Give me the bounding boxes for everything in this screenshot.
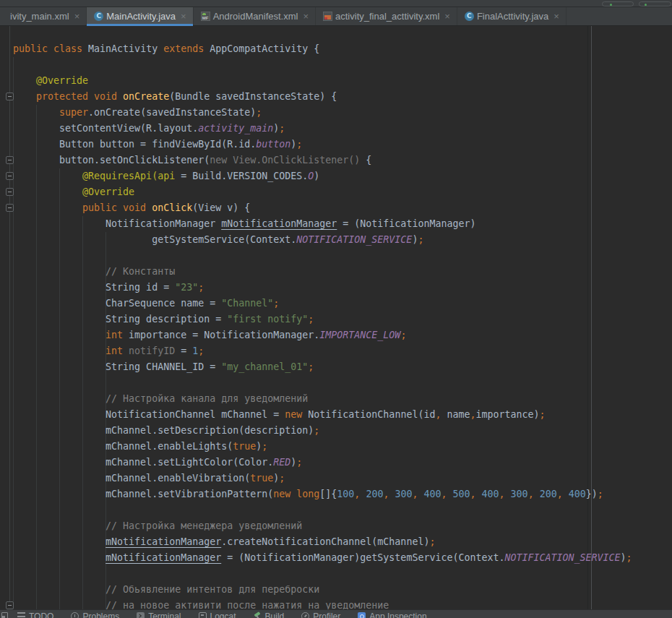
toolwindow-button-profiler[interactable]: Profiler xyxy=(301,611,340,618)
code-line[interactable]: mNotificationManager.createNotificationC… xyxy=(13,534,672,550)
manifest-icon: MF xyxy=(201,12,210,21)
run-status-dot xyxy=(610,4,612,6)
code-line[interactable]: mChannel.setVibrationPattern(new long[]{… xyxy=(13,486,672,502)
toolwindow-button-build[interactable]: Build xyxy=(254,611,285,618)
close-icon[interactable]: × xyxy=(74,12,80,21)
fold-marker[interactable] xyxy=(6,188,14,196)
code-line[interactable]: String description = "first notify"; xyxy=(13,312,672,327)
code-line[interactable]: @RequiresApi(api = Build.VERSION_CODES.O… xyxy=(13,168,672,184)
main-toolbar-strip xyxy=(0,0,672,7)
code-line[interactable]: protected void onCreate(Bundle savedInst… xyxy=(13,89,672,105)
run-controls-group[interactable] xyxy=(602,1,634,7)
code-line[interactable]: // на новое активити после нажатия на ув… xyxy=(13,598,672,609)
tab-label: FinalActtivity.java xyxy=(477,11,548,22)
toolwindow-button-app-inspection[interactable]: App Inspection xyxy=(358,611,426,618)
toolwindow-button-logcat[interactable]: Logcat xyxy=(199,611,236,618)
code-line[interactable]: @Override xyxy=(13,184,672,200)
code-line[interactable]: mNotificationManager = (NotificationMana… xyxy=(13,550,672,566)
toolwindow-button-problems[interactable]: Problems xyxy=(71,611,119,618)
code-line[interactable]: Button button = findViewById(R.id.button… xyxy=(13,137,672,153)
tab-androidmanifest-xml[interactable]: MFAndroidManifest.xml× xyxy=(194,7,316,25)
tab-label: MainActivity.java xyxy=(106,11,176,22)
code-line[interactable]: NotificationManager mNotificationManager… xyxy=(13,216,672,232)
toolwindow-button-todo[interactable]: TODO xyxy=(17,611,53,618)
code-line[interactable] xyxy=(13,375,672,391)
app-inspection-icon xyxy=(358,612,366,618)
close-icon[interactable]: × xyxy=(444,12,450,21)
code-line[interactable]: button.setOnClickListener(new View.OnCli… xyxy=(13,153,672,168)
tab-activity-final-acttivity-xml[interactable]: activity_final_acttivity.xml× xyxy=(316,7,457,25)
tab-finalacttivity-java[interactable]: CFinalActtivity.java× xyxy=(457,7,567,25)
close-icon[interactable]: × xyxy=(303,12,309,21)
code-line[interactable]: int importance = NotificationManager.IMP… xyxy=(13,327,672,343)
code-line[interactable]: NotificationChannel mChannel = new Notif… xyxy=(13,407,672,423)
todo-icon xyxy=(17,612,25,618)
logcat-icon xyxy=(199,612,207,618)
close-icon[interactable]: × xyxy=(181,12,186,21)
toolwindow-label: Logcat xyxy=(210,611,236,618)
tab-label: AndroidManifest.xml xyxy=(213,11,298,22)
build-icon xyxy=(254,612,262,618)
code-line[interactable]: setContentView(R.layout.activity_main); xyxy=(13,121,672,137)
code-line[interactable] xyxy=(13,566,672,582)
terminal-icon xyxy=(137,612,145,618)
toolwindow-label: Problems xyxy=(82,611,119,618)
toolwindow-label: Terminal xyxy=(148,611,181,618)
close-icon[interactable]: × xyxy=(553,12,559,21)
fold-marker[interactable] xyxy=(6,601,14,609)
toolwindow-label: App Inspection xyxy=(369,611,426,618)
device-controls-group[interactable] xyxy=(639,1,671,7)
code-line[interactable] xyxy=(13,502,672,518)
tab-bar: ivity_main.xml×CMainActivity.java×MFAndr… xyxy=(0,7,672,26)
java-class-icon: C xyxy=(94,12,103,21)
code-line[interactable]: int notifyID = 1; xyxy=(13,343,672,359)
toolwindow-label: Build xyxy=(265,611,285,618)
tab-label: ivity_main.xml xyxy=(10,11,69,22)
fold-marker[interactable] xyxy=(6,204,14,212)
fold-marker[interactable] xyxy=(6,93,14,100)
code-line[interactable]: // Константы xyxy=(13,264,672,280)
toolwindow-corner-icon[interactable] xyxy=(1,612,8,618)
code-line[interactable]: super.onCreate(savedInstanceState); xyxy=(13,105,672,121)
code-line[interactable]: CharSequence name = "Channel"; xyxy=(13,296,672,312)
code-line[interactable]: mChannel.setDescription(description); xyxy=(13,423,672,439)
toolwindow-label: TODO xyxy=(29,611,53,618)
code-line[interactable]: // Обьявление интентов для переброски xyxy=(13,582,672,598)
code-line[interactable]: public void onClick(View v) { xyxy=(13,200,672,216)
editor[interactable]: public class MainActivity extends AppCom… xyxy=(0,26,672,609)
tab-mainactivity-java[interactable]: CMainActivity.java× xyxy=(87,7,193,25)
code-area[interactable]: public class MainActivity extends AppCom… xyxy=(0,26,672,609)
problems-icon xyxy=(71,612,79,618)
profiler-icon xyxy=(301,612,309,618)
code-line[interactable]: getSystemService(Context.NOTIFICATION_SE… xyxy=(13,232,672,248)
code-line[interactable] xyxy=(13,57,672,73)
device-status-dot xyxy=(645,4,647,6)
code-line[interactable]: mChannel.setLightColor(Color.RED); xyxy=(13,455,672,471)
toolwindow-bar: TODOProblemsTerminalLogcatBuildProfilerA… xyxy=(0,609,672,618)
code-line[interactable]: // Настройка менеджера уведомлений xyxy=(13,518,672,534)
code-line[interactable]: String id = "23"; xyxy=(13,280,672,296)
code-line[interactable]: mChannel.enableLights(true); xyxy=(13,439,672,455)
code-line[interactable]: public class MainActivity extends AppCom… xyxy=(13,41,672,57)
toolwindow-buttons: TODOProblemsTerminalLogcatBuildProfilerA… xyxy=(17,611,427,618)
fold-marker[interactable] xyxy=(6,156,14,164)
code-line[interactable]: @Override xyxy=(13,73,672,89)
tab-activity-main-xml[interactable]: ivity_main.xml× xyxy=(0,7,87,25)
toolwindow-button-terminal[interactable]: Terminal xyxy=(137,611,181,618)
code-line[interactable] xyxy=(13,248,672,264)
fold-marker[interactable] xyxy=(6,172,14,180)
code-line[interactable]: String CHANNEL_ID = "my_channel_01"; xyxy=(13,359,672,375)
tab-label: activity_final_acttivity.xml xyxy=(335,11,439,22)
code-line[interactable]: mChannel.enableVibration(true); xyxy=(13,471,672,486)
toolwindow-label: Profiler xyxy=(313,611,340,618)
code-line[interactable]: // Настройка канала для уведомлений xyxy=(13,391,672,407)
xml-layout-icon xyxy=(323,12,332,21)
java-class-icon: C xyxy=(465,12,474,21)
